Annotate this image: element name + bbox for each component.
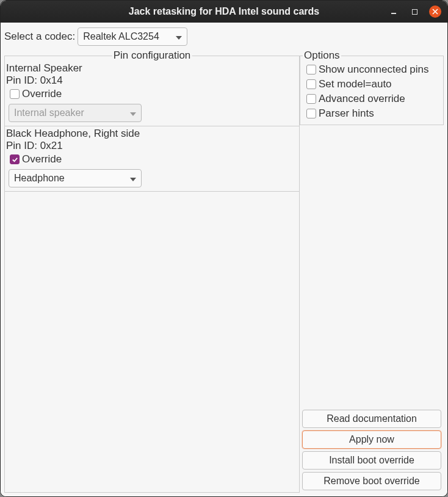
codec-row: Select a codec: Realtek ALC3254 [4, 26, 444, 47]
option-label: Show unconnected pins [319, 63, 429, 76]
option-show-unconnected[interactable]: Show unconnected pins [303, 62, 441, 77]
pin-item: Internal Speaker Pin ID: 0x14 Override I… [5, 61, 299, 126]
pin-type-select: Internal speaker [9, 104, 142, 122]
codec-label: Select a codec: [4, 31, 75, 43]
option-advanced-override[interactable]: Advanced override [303, 92, 441, 106]
checkbox-icon [306, 65, 316, 74]
apply-now-button[interactable]: Apply now [302, 430, 441, 449]
checkbox-icon [306, 94, 316, 104]
options-group: Options Show unconnected pins Set model=… [300, 56, 444, 125]
minimize-button[interactable] [388, 5, 400, 18]
pin-config-group: Pin configuration Internal Speaker Pin I… [4, 56, 300, 493]
pin-id: Pin ID: 0x14 [6, 74, 298, 87]
options-column: Options Show unconnected pins Set model=… [300, 56, 444, 493]
read-documentation-button[interactable]: Read documentation [302, 410, 441, 428]
checkbox-icon [306, 79, 316, 89]
codec-select[interactable]: Realtek ALC3254 [78, 27, 187, 46]
remove-boot-override-button[interactable]: Remove boot override [302, 472, 441, 490]
action-buttons: Read documentation Apply now Install boo… [300, 407, 444, 493]
checkbox-icon [10, 89, 20, 99]
override-label: Override [22, 88, 62, 100]
checkbox-icon [306, 109, 316, 118]
override-label: Override [22, 153, 62, 165]
pin-type-select[interactable]: Headphone [9, 169, 142, 187]
spacer [300, 125, 444, 407]
pin-config-legend: Pin configuration [112, 49, 192, 62]
pin-type-value: Internal speaker [14, 107, 84, 118]
install-boot-override-button[interactable]: Install boot override [302, 451, 441, 470]
maximize-button[interactable] [408, 5, 421, 18]
close-button[interactable] [429, 5, 441, 18]
override-checkbox-row[interactable]: Override [6, 87, 298, 101]
pin-name: Black Headphone, Right side [6, 128, 298, 140]
chevron-down-icon [130, 173, 136, 184]
option-label: Advanced override [319, 93, 405, 105]
pin-id: Pin ID: 0x21 [6, 140, 298, 152]
window-controls [388, 5, 441, 18]
window-title: Jack retasking for HDA Intel sound cards [5, 6, 443, 17]
checkbox-checked-icon [10, 154, 20, 164]
chevron-down-icon [130, 107, 136, 118]
pin-name: Internal Speaker [6, 62, 298, 74]
override-checkbox-row[interactable]: Override [6, 152, 298, 167]
options-legend: Options [303, 49, 341, 62]
chevron-down-icon [176, 31, 182, 42]
pin-item: Black Headphone, Right side Pin ID: 0x21… [5, 126, 299, 192]
pin-type-value: Headphone [14, 173, 65, 184]
main-split: Pin configuration Internal Speaker Pin I… [4, 49, 444, 493]
content-area: Select a codec: Realtek ALC3254 Pin conf… [1, 23, 447, 496]
option-label: Set model=auto [319, 78, 392, 90]
option-set-model-auto[interactable]: Set model=auto [303, 77, 441, 92]
app-window: Jack retasking for HDA Intel sound cards… [0, 0, 448, 497]
option-parser-hints[interactable]: Parser hints [303, 106, 441, 121]
codec-select-value: Realtek ALC3254 [83, 31, 159, 42]
option-label: Parser hints [319, 107, 374, 120]
titlebar: Jack retasking for HDA Intel sound cards [1, 1, 447, 23]
